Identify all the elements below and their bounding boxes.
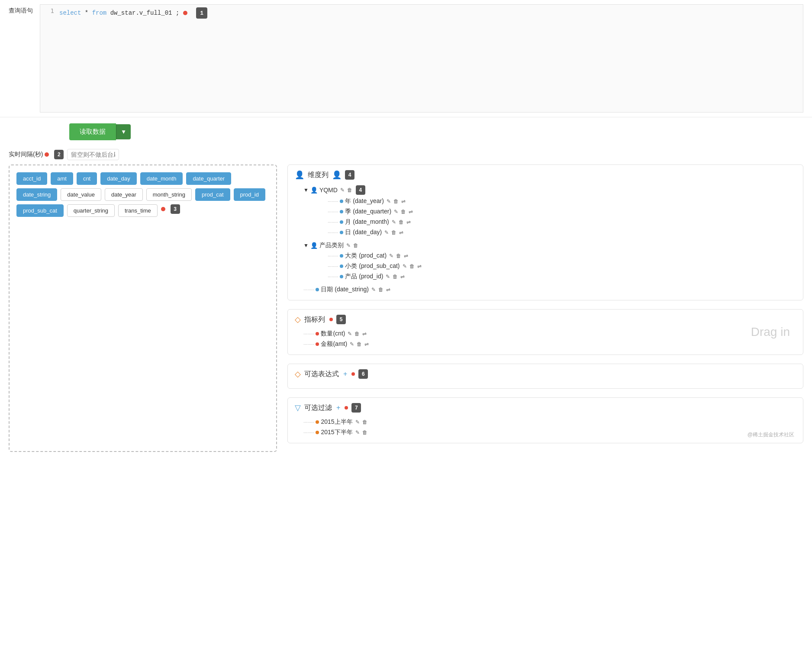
prodcat-group-header: ▼ 👤 产品类别 ✎ 🗑 bbox=[295, 240, 796, 251]
query-editor[interactable]: 1 select * from dw_star.v_full_01 ; 1 bbox=[40, 4, 803, 113]
datestring-delete[interactable]: 🗑 bbox=[378, 287, 383, 293]
badge-6: 6 bbox=[358, 369, 368, 379]
prodsubcat-item: ········ 小类 (prod_sub_cat) ✎ 🗑 ⇌ bbox=[302, 261, 796, 271]
tag-quarter-string[interactable]: quarter_string bbox=[67, 204, 115, 217]
read-data-button[interactable]: 读取数据 bbox=[69, 123, 116, 140]
code-table: dw_star.v_full_01 ; bbox=[110, 10, 180, 16]
datestring-sort[interactable]: ⇌ bbox=[386, 287, 390, 293]
f1-delete[interactable]: 🗑 bbox=[362, 419, 367, 425]
f2-dot bbox=[316, 431, 319, 434]
yqmd-edit-icon[interactable]: ✎ bbox=[340, 187, 345, 193]
year-sort-icon[interactable]: ⇌ bbox=[401, 198, 406, 204]
dimensions-header: 👤 维度列 👤 4 bbox=[295, 170, 796, 180]
badge-2: 2 bbox=[54, 150, 64, 159]
keyword-from: from bbox=[92, 10, 107, 16]
prodcat-arrow[interactable]: ▼ bbox=[303, 242, 309, 248]
filter-plus-icon[interactable]: + bbox=[336, 404, 340, 412]
quarter-dot bbox=[340, 210, 343, 213]
realtime-input[interactable] bbox=[67, 149, 119, 160]
expr-red-dot bbox=[351, 372, 355, 376]
expr-plus-icon[interactable]: + bbox=[343, 370, 347, 378]
yqmd-children: ········ 年 (date_year) ✎ 🗑 ⇌ ········ 季 … bbox=[295, 196, 796, 238]
month-edit-icon[interactable]: ✎ bbox=[392, 219, 396, 225]
tag-date-year[interactable]: date_year bbox=[105, 188, 143, 201]
month-dot bbox=[340, 220, 343, 224]
optional-expr-header: ◇ 可选表达式 + 6 bbox=[295, 369, 796, 379]
day-sort-icon[interactable]: ⇌ bbox=[399, 229, 403, 235]
day-edit-icon[interactable]: ✎ bbox=[384, 229, 389, 235]
datestring-edit[interactable]: ✎ bbox=[371, 287, 376, 293]
year-edit-icon[interactable]: ✎ bbox=[387, 198, 391, 204]
tag-date-value[interactable]: date_value bbox=[61, 188, 101, 201]
f2-delete[interactable]: 🗑 bbox=[362, 429, 367, 435]
amt-delete[interactable]: 🗑 bbox=[357, 341, 362, 347]
badge-3-dot bbox=[161, 207, 165, 211]
editor-line-1: 1 select * from dw_star.v_full_01 ; 1 bbox=[40, 5, 803, 21]
realtime-label: 实时间隔(秒) bbox=[9, 151, 51, 158]
year-item: ········ 年 (date_year) ✎ 🗑 ⇌ bbox=[302, 196, 796, 206]
tag-acct-id[interactable]: acct_id bbox=[16, 172, 47, 185]
badge-7: 7 bbox=[351, 403, 361, 413]
expr-icon: ◇ bbox=[295, 369, 301, 379]
tag-prod-sub-cat[interactable]: prod_sub_cat bbox=[16, 204, 64, 217]
tag-date-quarter[interactable]: date_quarter bbox=[186, 172, 231, 185]
prodcat-main-delete[interactable]: 🗑 bbox=[396, 253, 401, 259]
tag-date-month[interactable]: date_month bbox=[140, 172, 183, 185]
yqmd-delete-icon[interactable]: 🗑 bbox=[347, 187, 352, 193]
tag-trans-time[interactable]: trans_time bbox=[118, 204, 158, 217]
month-sort-icon[interactable]: ⇌ bbox=[406, 219, 411, 225]
tag-amt[interactable]: amt bbox=[51, 172, 73, 185]
datestring-item: ········ 日期 (date_string) ✎ 🗑 ⇌ bbox=[295, 284, 796, 295]
year-label: 年 (date_year) bbox=[345, 197, 383, 205]
year-delete-icon[interactable]: 🗑 bbox=[393, 198, 399, 204]
datestring-label: 日期 (date_string) bbox=[321, 286, 368, 293]
dropdown-button[interactable]: ▼ bbox=[116, 124, 131, 139]
tag-cnt[interactable]: cnt bbox=[77, 172, 97, 185]
code-content: select * from dw_star.v_full_01 ; 1 bbox=[59, 7, 799, 19]
metrics-red-dot bbox=[329, 318, 333, 321]
cnt-dot bbox=[316, 332, 319, 335]
prodcat-edit-icon[interactable]: ✎ bbox=[346, 242, 351, 248]
prodid-sort[interactable]: ⇌ bbox=[400, 274, 405, 280]
filter-2015h1-item: ········ 2015上半年 ✎ 🗑 bbox=[295, 417, 796, 427]
f1-edit[interactable]: ✎ bbox=[355, 419, 360, 425]
quarter-edit-icon[interactable]: ✎ bbox=[394, 209, 398, 215]
cnt-sort[interactable]: ⇌ bbox=[362, 331, 367, 337]
cnt-delete[interactable]: 🗑 bbox=[354, 331, 360, 337]
tag-date-string[interactable]: date_string bbox=[16, 188, 57, 201]
cnt-edit[interactable]: ✎ bbox=[348, 331, 352, 337]
prodcat-main-edit[interactable]: ✎ bbox=[389, 253, 393, 259]
prodsubcat-sort[interactable]: ⇌ bbox=[417, 263, 422, 269]
prodsubcat-delete[interactable]: 🗑 bbox=[409, 263, 415, 269]
metrics-header: ◇ 指标列 5 bbox=[295, 315, 796, 324]
tag-date-day[interactable]: date_day bbox=[100, 172, 137, 185]
prodcat-main-item: ········ 大类 (prod_cat) ✎ 🗑 ⇌ bbox=[302, 251, 796, 261]
f2-edit[interactable]: ✎ bbox=[355, 429, 360, 435]
prodcat-delete-icon[interactable]: 🗑 bbox=[353, 242, 358, 248]
quarter-sort-icon[interactable]: ⇌ bbox=[409, 209, 413, 215]
keyword-select: select bbox=[59, 10, 81, 16]
filter-2015h2-item: ········ 2015下半年 ✎ 🗑 bbox=[295, 427, 796, 438]
tag-month-string[interactable]: month_string bbox=[146, 188, 192, 201]
month-delete-icon[interactable]: 🗑 bbox=[399, 219, 404, 225]
day-delete-icon[interactable]: 🗑 bbox=[391, 229, 396, 235]
tag-prod-id[interactable]: prod_id bbox=[234, 188, 265, 201]
quarter-item: ········ 季 (date_quarter) ✎ 🗑 ⇌ bbox=[302, 206, 796, 217]
tree-dotted6: ········ bbox=[328, 264, 338, 269]
prodcat-dot bbox=[340, 254, 343, 258]
tree-dotted-f2: ········ bbox=[303, 430, 314, 435]
yqmd-arrow[interactable]: ▼ bbox=[303, 187, 309, 193]
prodid-label: 产品 (prod_id) bbox=[345, 273, 383, 281]
prodcat-main-sort[interactable]: ⇌ bbox=[404, 253, 408, 259]
tree-dotted-cnt: ········ bbox=[303, 331, 314, 336]
prodsubcat-edit[interactable]: ✎ bbox=[403, 263, 407, 269]
amt-edit[interactable]: ✎ bbox=[350, 341, 354, 347]
quarter-delete-icon[interactable]: 🗑 bbox=[401, 209, 406, 215]
amt-sort[interactable]: ⇌ bbox=[364, 341, 369, 347]
tag-prod-cat[interactable]: prod_cat bbox=[195, 188, 230, 201]
prodid-item: ········ 产品 (prod_id) ✎ 🗑 ⇌ bbox=[302, 271, 796, 282]
prodid-edit[interactable]: ✎ bbox=[386, 274, 390, 280]
main-content: acct_id amt cnt date_day date_month date… bbox=[0, 164, 812, 461]
prodid-delete[interactable]: 🗑 bbox=[393, 274, 398, 280]
tree-dotted4: ········ bbox=[328, 230, 338, 235]
